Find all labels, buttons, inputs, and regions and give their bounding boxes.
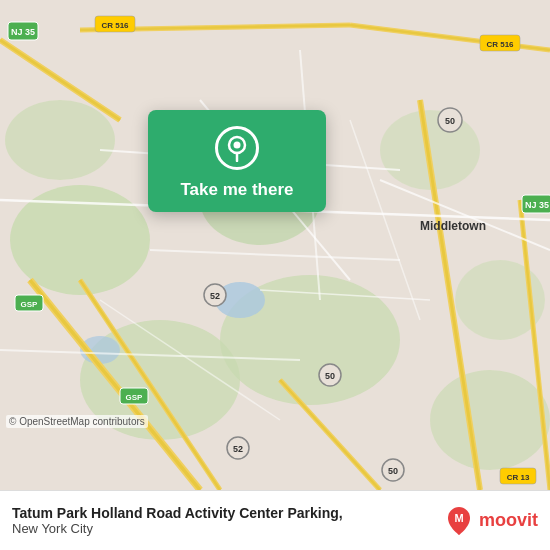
svg-text:52: 52 — [233, 444, 243, 454]
svg-text:CR 13: CR 13 — [507, 473, 530, 482]
location-subtitle: New York City — [12, 521, 443, 536]
svg-text:GSP: GSP — [21, 300, 39, 309]
bottom-bar: Tatum Park Holland Road Activity Center … — [0, 490, 550, 550]
svg-point-63 — [234, 142, 241, 149]
svg-text:Middletown: Middletown — [420, 219, 486, 233]
location-pin-icon — [225, 134, 249, 162]
svg-text:NJ 35: NJ 35 — [525, 200, 549, 210]
location-name: Tatum Park Holland Road Activity Center … — [12, 505, 443, 521]
svg-text:M: M — [454, 512, 463, 524]
location-icon-wrap — [215, 126, 259, 170]
map-copyright: © OpenStreetMap contributors — [6, 415, 148, 428]
moovit-logo-icon: M — [443, 505, 475, 537]
map-container: NJ 35 CR 516 CR 516 50 NJ 35 GSP GSP 52 … — [0, 0, 550, 490]
take-me-there-button[interactable]: Take me there — [180, 180, 293, 200]
svg-text:CR 516: CR 516 — [486, 40, 514, 49]
action-card[interactable]: Take me there — [148, 110, 326, 212]
svg-text:50: 50 — [325, 371, 335, 381]
location-text: Tatum Park Holland Road Activity Center … — [12, 505, 443, 536]
svg-text:50: 50 — [388, 466, 398, 476]
moovit-brand-name: moovit — [479, 510, 538, 531]
svg-text:CR 516: CR 516 — [101, 21, 129, 30]
svg-text:GSP: GSP — [126, 393, 144, 402]
svg-text:52: 52 — [210, 291, 220, 301]
moovit-logo: M moovit — [443, 505, 538, 537]
svg-point-6 — [5, 100, 115, 180]
svg-point-4 — [430, 370, 550, 470]
svg-text:50: 50 — [445, 116, 455, 126]
svg-text:NJ 35: NJ 35 — [11, 27, 35, 37]
